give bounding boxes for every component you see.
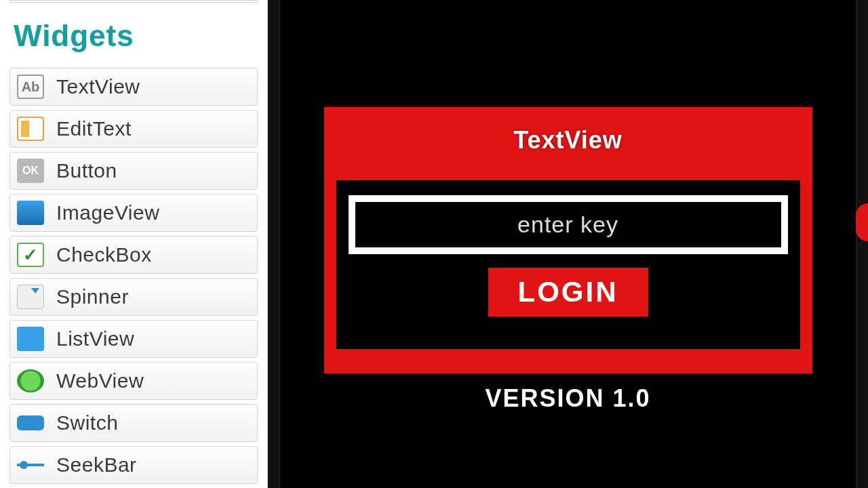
palette-item-label: ImageView <box>56 201 159 224</box>
palette-item-listview[interactable]: ListView <box>9 320 258 358</box>
screen-content: TextView LOGIN VERSION 1.0 <box>324 107 812 413</box>
palette-item-label: EditText <box>56 117 132 140</box>
palette-item-label: Switch <box>56 411 118 434</box>
device-bezel-left <box>268 0 280 488</box>
seekbar-icon <box>17 453 44 477</box>
palette-item-label: SeekBar <box>56 453 137 476</box>
palette-item-seekbar[interactable]: SeekBar <box>9 446 258 484</box>
textview-icon: Ab <box>17 75 44 99</box>
palette-item-textview[interactable]: Ab TextView <box>9 68 258 106</box>
spinner-icon <box>17 285 44 309</box>
login-button[interactable]: LOGIN <box>488 268 648 317</box>
button-icon: OK <box>17 159 44 183</box>
textview-widget[interactable]: TextView <box>336 126 800 155</box>
palette-item-switch[interactable]: Switch <box>9 404 258 442</box>
palette-item-imageview[interactable]: ImageView <box>9 194 258 232</box>
palette-item-webview[interactable]: WebView <box>9 362 258 400</box>
palette-heading: Widgets <box>14 19 254 53</box>
login-card: TextView LOGIN <box>324 107 812 373</box>
widget-palette: Widgets Ab TextView EditText OK Button I… <box>0 0 268 488</box>
edittext-icon <box>17 117 44 141</box>
palette-item-label: ListView <box>56 327 134 350</box>
palette-item-label: Button <box>56 159 117 182</box>
login-inner-panel: LOGIN <box>336 180 800 349</box>
webview-icon <box>17 369 44 392</box>
key-input[interactable] <box>355 202 781 247</box>
device-bezel-right <box>856 0 868 488</box>
listview-icon <box>17 327 44 351</box>
palette-item-checkbox[interactable]: ✓ CheckBox <box>9 236 258 274</box>
palette-item-edittext[interactable]: EditText <box>9 110 258 148</box>
imageview-icon <box>17 201 44 225</box>
palette-item-spinner[interactable]: Spinner <box>9 278 258 316</box>
switch-icon <box>17 415 44 430</box>
checkbox-icon: ✓ <box>17 243 44 267</box>
palette-item-label: CheckBox <box>56 243 152 266</box>
palette-prev-item <box>9 0 258 3</box>
palette-item-label: WebView <box>56 369 144 392</box>
palette-item-label: Spinner <box>56 285 129 308</box>
version-label: VERSION 1.0 <box>324 384 812 413</box>
key-field-frame <box>349 195 788 254</box>
palette-item-button[interactable]: OK Button <box>9 152 258 190</box>
palette-item-label: TextView <box>56 75 140 98</box>
device-preview: TextView LOGIN VERSION 1.0 <box>268 0 868 488</box>
selection-marker[interactable] <box>856 203 868 241</box>
